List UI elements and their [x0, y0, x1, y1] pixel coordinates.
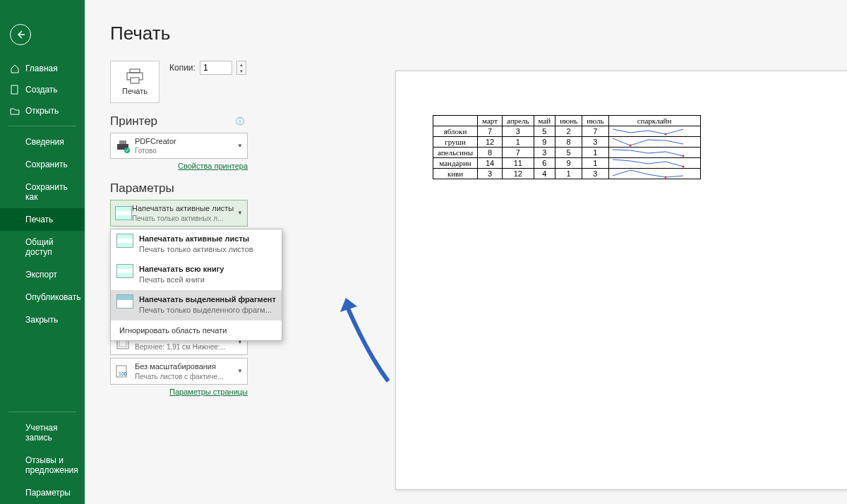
chevron-down-icon: ▼	[237, 368, 243, 374]
main-area: Печать Печать Копии: ▲▼ Принтер ⓘ PDFCre…	[85, 0, 847, 504]
home-icon	[10, 64, 20, 73]
svg-text:100: 100	[119, 371, 127, 376]
printer-icon	[126, 68, 144, 84]
sidebar-feedback[interactable]: Отзывы и предложения	[0, 449, 85, 481]
sidebar-info[interactable]: Сведения	[0, 131, 85, 153]
table-row: яблоки73527	[433, 126, 701, 137]
sidebar-label: Главная	[25, 64, 58, 73]
chevron-down-icon: ▼	[237, 143, 243, 149]
sidebar-separator	[8, 412, 76, 412]
print-preview: март апрель май июнь июль спарклайн ябло…	[395, 71, 847, 490]
svg-rect-3	[130, 69, 140, 73]
copies-label: Копии:	[169, 63, 196, 73]
scaling-dropdown[interactable]: 100 Без масштабированияПечать листов с ф…	[110, 358, 248, 384]
table-row: киви312413	[433, 169, 701, 179]
sparkline-icon	[609, 148, 701, 157]
sparkline-icon	[609, 126, 701, 136]
svg-rect-7	[119, 140, 126, 144]
page-title: Печать	[110, 23, 847, 44]
printer-properties-link[interactable]: Свойства принтера	[178, 162, 248, 170]
table-row: апельсины87351	[433, 148, 701, 158]
chevron-down-icon: ▼	[237, 210, 243, 216]
print-what-popup: Напечатать активные листыПечать только а…	[110, 229, 282, 341]
new-icon	[10, 85, 20, 95]
sidebar-account[interactable]: Учетная запись	[0, 416, 85, 449]
sidebar-export[interactable]: Экспорт	[0, 263, 85, 286]
sidebar-publish[interactable]: Опубликовать	[0, 286, 85, 308]
sparkline-icon	[609, 169, 701, 179]
sidebar-label: Открыть	[25, 106, 59, 116]
sidebar-separator	[8, 126, 76, 126]
svg-point-13	[664, 133, 666, 136]
sheets-icon	[116, 234, 133, 248]
copies-input[interactable]	[200, 61, 232, 75]
preview-table: март апрель май июнь июль спарклайн ябло…	[433, 115, 701, 179]
printer-heading: Принтер ⓘ	[110, 114, 336, 128]
sidebar-saveas[interactable]: Сохранить как	[0, 176, 85, 208]
annotation-arrow	[339, 296, 402, 388]
printer-dropdown[interactable]: PDFCreatorГотово ▼	[110, 133, 248, 159]
table-header-row: март апрель май июнь июль спарклайн	[433, 116, 701, 126]
sidebar-share[interactable]: Общий доступ	[0, 231, 85, 263]
svg-point-16	[682, 166, 684, 168]
table-row: мандарин1411691	[433, 158, 701, 169]
svg-rect-5	[131, 78, 139, 83]
copies-spinner[interactable]: ▲▼	[236, 61, 246, 75]
printer-device-icon	[115, 138, 131, 154]
sidebar-new[interactable]: Создать	[0, 79, 85, 100]
sidebar-print[interactable]: Печать	[0, 208, 85, 231]
sheets-icon	[115, 206, 132, 220]
sidebar-options[interactable]: Параметры	[0, 481, 85, 504]
svg-point-15	[682, 155, 684, 157]
sidebar-open[interactable]: Открыть	[0, 100, 85, 121]
settings-heading: Параметры	[110, 181, 336, 196]
sidebar-label: Создать	[25, 85, 58, 95]
backstage-sidebar: Главная Создать Открыть Сведения Сохрани…	[0, 0, 85, 504]
popup-ignore-print-area[interactable]: Игнорировать область печати	[111, 320, 282, 340]
table-row: груши121983	[433, 137, 701, 148]
print-what-dropdown[interactable]: Напечатать активные листыПечать только а…	[110, 200, 248, 226]
selection-icon	[116, 294, 133, 308]
sidebar-home[interactable]: Главная	[0, 58, 85, 79]
print-button[interactable]: Печать	[110, 61, 160, 103]
sparkline-icon	[609, 137, 701, 147]
open-icon	[10, 106, 20, 116]
sidebar-save[interactable]: Сохранить	[0, 153, 85, 176]
page-setup-link[interactable]: Параметры страницы	[169, 388, 248, 396]
arrow-left-icon	[15, 29, 26, 40]
svg-point-17	[664, 176, 666, 179]
popup-entire-workbook[interactable]: Напечатать всю книгуПечать всей книги	[111, 260, 282, 290]
svg-rect-2	[11, 85, 18, 94]
sparkline-icon	[609, 158, 701, 168]
svg-point-14	[629, 145, 631, 147]
scaling-icon: 100	[115, 364, 131, 379]
popup-selection[interactable]: Напечатать выделенный фрагментПечать тол…	[111, 290, 282, 320]
popup-active-sheets[interactable]: Напечатать активные листыПечать только а…	[111, 229, 282, 260]
back-button[interactable]	[10, 24, 31, 45]
info-icon[interactable]: ⓘ	[236, 116, 244, 128]
sidebar-close[interactable]: Закрыть	[0, 308, 85, 331]
sheets-icon	[116, 264, 133, 278]
